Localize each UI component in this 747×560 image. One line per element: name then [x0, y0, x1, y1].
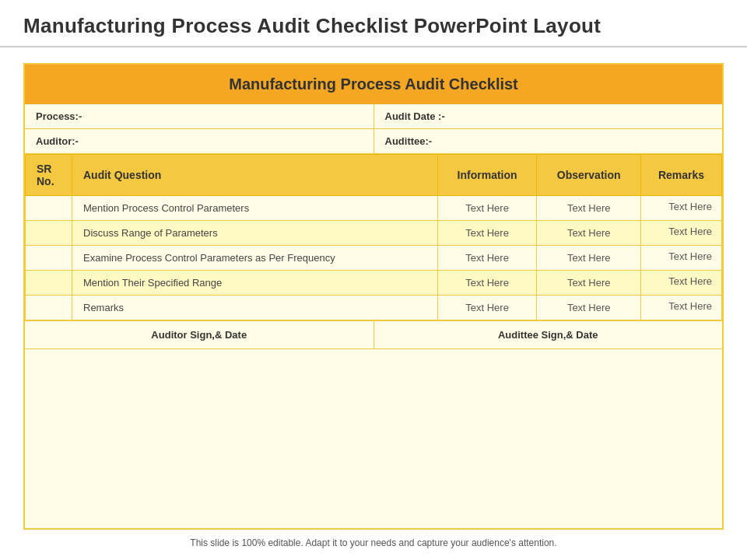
auditor-label: Auditor:- — [25, 129, 374, 153]
bottom-note: This slide is 100% editable. Adapt it to… — [23, 530, 724, 552]
table-row: Remarks Text Here Text Here Text Here — [26, 296, 722, 320]
cell-information-0: Text Here — [437, 196, 536, 221]
audit-table-wrapper: SR No. Audit Question Information Observ… — [25, 154, 722, 320]
checklist-title-row: Manufacturing Process Audit Checklist — [25, 65, 722, 104]
cell-information-2: Text Here — [437, 246, 536, 271]
footer-sign-row: Auditor Sign,& Date Audittee Sign,& Date — [25, 320, 722, 349]
cell-remarks-2: Text Here — [641, 246, 722, 271]
col-observation: Observation — [537, 155, 641, 196]
auditor-sign: Auditor Sign,& Date — [25, 321, 374, 348]
main-content: Manufacturing Process Audit Checklist Pr… — [0, 47, 747, 560]
cell-question-0: Mention Process Control Parameters — [72, 196, 438, 221]
cell-sr-0 — [26, 196, 72, 221]
cell-question-4: Remarks — [72, 296, 438, 320]
cell-question-3: Mention Their Specified Range — [72, 271, 438, 296]
col-sr-no: SR No. — [26, 155, 72, 196]
audit-date-label: Audit Date :- — [374, 104, 723, 128]
cell-sr-2 — [26, 246, 72, 271]
page-title: Manufacturing Process Audit Checklist Po… — [23, 14, 601, 37]
cell-information-1: Text Here — [437, 221, 536, 246]
checklist-title: Manufacturing Process Audit Checklist — [229, 75, 518, 93]
checklist-container: Manufacturing Process Audit Checklist Pr… — [23, 63, 724, 530]
process-label: Process:- — [25, 104, 374, 128]
meta-row-auditor: Auditor:- Audittee:- — [25, 129, 722, 154]
auditee-label: Audittee:- — [374, 129, 723, 153]
col-audit-question: Audit Question — [72, 155, 438, 196]
page: Manufacturing Process Audit Checklist Po… — [0, 0, 747, 560]
cell-observation-3: Text Here — [537, 271, 641, 296]
cell-sr-3 — [26, 271, 72, 296]
cell-question-1: Discuss Range of Parameters — [72, 221, 438, 246]
table-row: Mention Their Specified Range Text Here … — [26, 271, 722, 296]
cell-observation-2: Text Here — [537, 246, 641, 271]
col-information: Information — [437, 155, 536, 196]
cell-information-3: Text Here — [437, 271, 536, 296]
auditee-sign: Audittee Sign,& Date — [374, 321, 723, 348]
cell-observation-0: Text Here — [537, 196, 641, 221]
cell-remarks-0: Text Here — [641, 196, 722, 221]
table-row: Examine Process Control Parameters as Pe… — [26, 246, 722, 271]
cell-observation-1: Text Here — [537, 221, 641, 246]
table-header-row: SR No. Audit Question Information Observ… — [26, 155, 722, 196]
meta-row-process: Process:- Audit Date :- — [25, 104, 722, 129]
table-row: Mention Process Control Parameters Text … — [26, 196, 722, 221]
col-remarks: Remarks — [641, 155, 722, 196]
table-row: Discuss Range of Parameters Text Here Te… — [26, 221, 722, 246]
cell-sr-4 — [26, 296, 72, 320]
cell-observation-4: Text Here — [537, 296, 641, 320]
cell-remarks-3: Text Here — [641, 271, 722, 296]
audit-table: SR No. Audit Question Information Observ… — [25, 154, 722, 320]
header-bar: Manufacturing Process Audit Checklist Po… — [0, 0, 747, 47]
cell-remarks-1: Text Here — [641, 221, 722, 246]
cell-question-2: Examine Process Control Parameters as Pe… — [72, 246, 438, 271]
cell-remarks-4: Text Here — [641, 296, 722, 320]
cell-information-4: Text Here — [437, 296, 536, 320]
cell-sr-1 — [26, 221, 72, 246]
